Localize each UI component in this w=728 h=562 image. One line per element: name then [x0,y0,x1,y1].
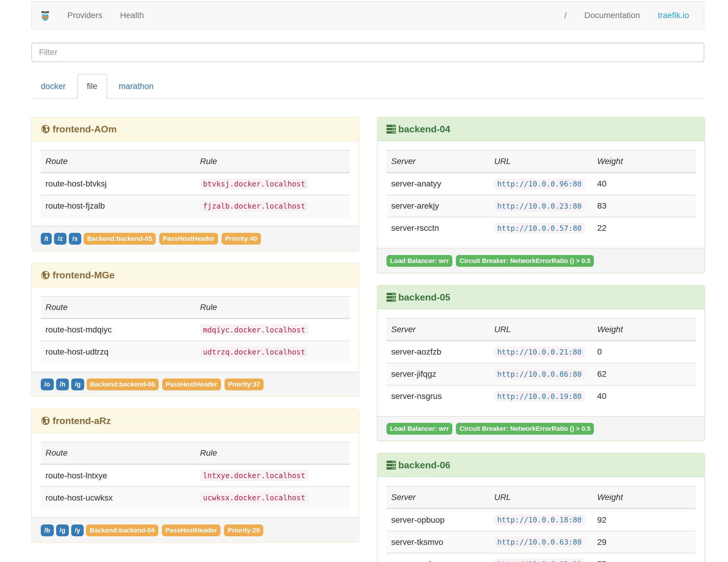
filter-input[interactable] [31,43,704,62]
route-name: route-host-ucwksx [41,487,195,509]
nav-traefik-io[interactable]: traefik.io [649,2,698,29]
path-badge: /s [69,233,81,245]
backend-panel-header: backend-06 [378,454,704,477]
nav-slash[interactable]: / [555,2,576,29]
load-balancer-badge: Load Balancer: wrr [386,255,452,267]
route-row: route-host-udtrzq udtrzq.docker.localhos… [41,341,350,363]
weight-column-header: Weight [592,150,695,173]
server-name: server-jifqgz [386,363,490,385]
server-url: http://10.0.0.63:80 [494,537,585,548]
server-weight: 92 [592,509,695,531]
rule-column-header: Rule [195,150,350,173]
nav-documentation[interactable]: Documentation [576,2,649,29]
frontend-panel-header: frontend-aRz [32,409,359,433]
backend-title: backend-06 [398,459,450,471]
server-name: server-nsgrus [386,385,490,407]
path-badge: /b [41,524,54,536]
server-url: http://10.0.0.19:80 [494,391,585,402]
rule-column-header: Rule [195,296,350,319]
rule-value: fjzalb.docker.localhost [200,201,308,212]
url-column-header: URL [490,486,593,509]
globe-icon [41,416,50,425]
server-weight: 40 [592,173,695,195]
frontend-panel: frontend-AOm Route Rule route-host-btvks… [31,117,359,251]
nav-providers[interactable]: Providers [59,2,111,29]
path-badge: /o [41,379,54,390]
path-badge: /y [71,524,84,536]
rule-value: ucwksx.docker.localhost [200,492,308,503]
traefik-logo[interactable] [32,2,59,29]
server-url: http://10.0.0.18:80 [494,514,585,525]
backend-panel: backend-05 Server URL Weight server-aozf… [377,285,705,441]
server-url: http://10.0.0.21:80 [494,347,585,358]
routes-table: Route Rule route-host-mdqiyc mdqiyc.dock… [41,296,350,363]
tab-docker[interactable]: docker [31,74,75,99]
route-row: route-host-ucwksx ucwksx.docker.localhos… [41,487,350,509]
route-name: route-host-mdqiyc [41,319,195,341]
frontend-panel-body: Route Rule route-host-mdqiyc mdqiyc.dock… [32,287,359,372]
path-badge: /g [56,524,69,536]
server-url: http://10.0.0.96:80 [494,178,585,189]
server-row: server-tksmvo http://10.0.0.63:80 29 [386,531,695,553]
traefik-dashboard: Providers Health / Documentation traefik… [0,0,728,562]
frontend-panel-footer: /t/z/sBackend:backend-05PassHostHeaderPr… [32,226,359,251]
tab-marathon[interactable]: marathon [109,74,163,99]
server-url: http://10.0.0.86:80 [494,369,585,380]
globe-icon [41,270,50,280]
passhostheader-badge: PassHostHeader [159,233,218,245]
rule-value: btvksj.docker.localhost [200,178,308,189]
route-name: route-host-btvksj [41,173,195,195]
load-balancer-badge: Load Balancer: wrr [386,423,452,435]
backend-badge: Backend:backend-06 [87,379,159,390]
server-column-header: Server [386,150,490,173]
server-weight: 57 [592,553,695,562]
passhostheader-badge: PassHostHeader [162,524,221,536]
frontend-title: frontend-aRz [53,415,111,426]
server-stack-icon [386,293,396,302]
servers-table: Server URL Weight server-aozfzb http://1… [386,318,695,407]
backend-panel-header: backend-04 [378,118,704,141]
server-weight: 0 [592,341,695,363]
route-row: route-host-mdqiyc mdqiyc.docker.localhos… [41,319,350,341]
route-name: route-host-fjzalb [41,195,195,217]
server-name: server-arekjy [386,195,490,217]
priority-badge: Priority:29 [224,524,263,536]
path-badge: /g [71,379,84,390]
globe-icon [41,124,50,134]
servers-table: Server URL Weight server-anatyy http://1… [386,150,695,239]
server-name: server-anatyy [386,173,490,195]
frontend-panel-body: Route Rule route-host-lntxye lntxye.dock… [32,433,359,517]
rule-value: lntxye.docker.localhost [200,470,308,481]
tab-file[interactable]: file [77,74,107,99]
circuit-breaker-badge: Circuit Breaker: NetworkErrorRatio () > … [456,423,594,435]
route-column-header: Route [41,296,195,319]
server-stack-icon [386,460,396,470]
frontend-panel: frontend-aRz Route Rule route-host-lntxy… [31,409,359,543]
rule-value: udtrzq.docker.localhost [200,347,308,358]
routes-table: Route Rule route-host-btvksj btvksj.dock… [41,150,350,217]
server-weight: 62 [592,363,695,385]
server-row: server-arekjy http://10.0.0.23:80 83 [386,195,695,217]
frontend-panel-header: frontend-AOm [32,118,359,141]
server-name: server-rscctn [386,217,490,239]
server-row: server-opbuop http://10.0.0.18:80 92 [386,509,695,531]
server-name: server-updqmo [386,553,490,562]
frontend-panel-footer: /o/h/gBackend:backend-06PassHostHeaderPr… [32,372,359,397]
frontend-panel-footer: /b/g/yBackend:backend-04PassHostHeaderPr… [32,517,359,542]
backend-panel: backend-04 Server URL Weight server-anat… [377,117,705,273]
server-url: http://10.0.0.23:80 [494,201,585,212]
backend-panel-footer: Load Balancer: wrrCircuit Breaker: Netwo… [378,416,704,441]
server-column-header: Server [386,319,490,341]
frontend-title: frontend-MGe [53,269,115,281]
backend-panel-body: Server URL Weight server-aozfzb http://1… [378,309,704,416]
route-name: route-host-udtrzq [41,341,195,363]
frontend-title: frontend-AOm [53,124,117,135]
server-row: server-rscctn http://10.0.0.57:80 22 [386,217,695,239]
frontend-panel-header: frontend-MGe [32,264,359,287]
nav-health[interactable]: Health [111,2,153,29]
route-column-header: Route [41,442,195,464]
path-badge: /z [54,233,66,245]
route-name: route-host-lntxye [41,464,195,487]
backend-badge: Backend:backend-04 [86,524,158,536]
route-row: route-host-fjzalb fjzalb.docker.localhos… [41,195,350,217]
